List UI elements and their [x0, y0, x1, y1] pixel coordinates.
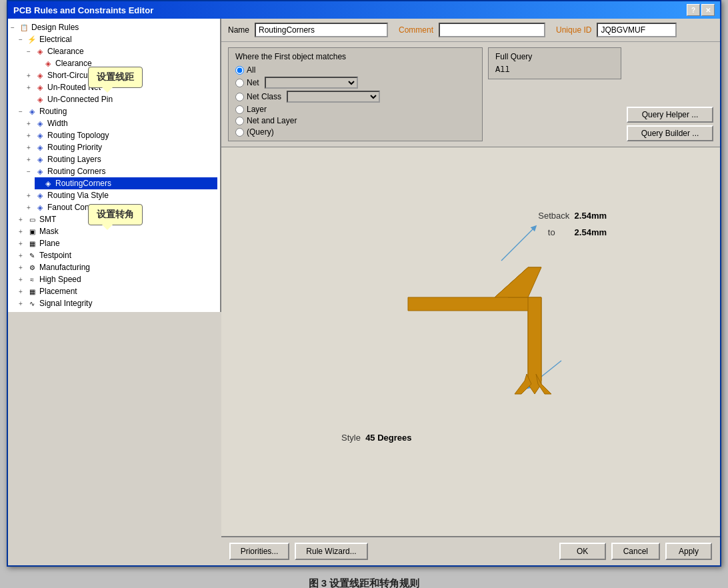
bottom-left-buttons: Priorities... Rule Wizard... — [229, 543, 368, 560]
tree-routing-corners-rule[interactable]: ◈ RoutingCorners — [35, 177, 217, 189]
spacer — [27, 96, 35, 103]
tree-width-label: Width — [47, 119, 68, 128]
unique-id-input[interactable] — [597, 23, 677, 37]
left-panel: − 📋 Design Rules − ⚡ Electrical − ◈ — [8, 19, 221, 312]
expand-icon[interactable]: + — [19, 240, 27, 247]
help-button[interactable]: ? — [687, 4, 700, 16]
window-title: PCB Rules and Constraints Editor — [13, 5, 153, 15]
expand-icon[interactable]: + — [27, 72, 35, 79]
tree-routing-via-style[interactable]: + ◈ Routing Via Style — [27, 189, 217, 201]
expand-icon[interactable]: − — [27, 48, 35, 55]
expand-icon[interactable]: + — [27, 144, 35, 151]
routing-layers-icon: ◈ — [35, 154, 45, 165]
query-helper-button[interactable]: Query Helper ... — [627, 107, 713, 123]
electrical-icon: ⚡ — [27, 34, 37, 45]
bottom-right-buttons: OK Cancel Apply — [559, 543, 712, 560]
close-button[interactable]: ✕ — [701, 4, 715, 16]
bottom-bar: Priorities... Rule Wizard... OK Cancel A… — [221, 536, 720, 565]
tree-manufacturing[interactable]: + ⚙ Manufacturing — [19, 261, 217, 273]
radio-query[interactable]: (Query) — [235, 127, 475, 137]
radio-layer[interactable]: Layer — [235, 105, 475, 114]
expand-icon[interactable]: − — [11, 24, 19, 31]
to-label: to 2.54mm — [548, 227, 607, 237]
tree-routing-corners[interactable]: − ◈ Routing Corners — [27, 165, 217, 177]
tree-placement-label: Placement — [39, 287, 77, 296]
expand-icon[interactable]: + — [19, 216, 27, 223]
unrouted-net-icon: ◈ — [35, 82, 45, 93]
radio-all[interactable]: All — [235, 65, 475, 75]
rule-name-label: Name — [228, 25, 249, 35]
tree-routing-layers[interactable]: + ◈ Routing Layers — [27, 153, 217, 165]
tree-short-circuit-label: Short-Circuit — [47, 71, 92, 80]
page-caption: 图 3 设置线距和转角规则 — [309, 577, 420, 588]
net-dropdown[interactable] — [265, 77, 358, 89]
rule-wizard-button[interactable]: Rule Wizard... — [295, 543, 368, 560]
tree-testpoint-label: Testpoint — [39, 251, 71, 260]
routing-topology-icon: ◈ — [35, 130, 45, 141]
plane-icon: ▦ — [27, 238, 37, 249]
radio-net-and-layer[interactable]: Net and Layer — [235, 116, 475, 125]
tree-routing[interactable]: − ◈ Routing — [19, 105, 217, 117]
net-class-dropdown[interactable] — [287, 91, 380, 103]
unconnected-pin-icon: ◈ — [35, 94, 45, 105]
tree-clearance-rule-label: Clearance — [55, 59, 92, 68]
tree-high-speed[interactable]: + ≈ High Speed — [19, 273, 217, 285]
left-panel-wrapper: 设置线距 设置转角 − 📋 Design Rules − — [8, 19, 221, 565]
expand-icon[interactable]: + — [27, 156, 35, 163]
expand-icon[interactable]: − — [19, 36, 27, 43]
expand-icon[interactable]: + — [19, 252, 27, 259]
radio-group: All Net Net Class — [235, 65, 475, 137]
tree-signal-integrity[interactable]: + ∿ Signal Integrity — [19, 297, 217, 309]
query-builder-button[interactable]: Query Builder ... — [627, 125, 713, 141]
routing-corners-icon: ◈ — [35, 166, 45, 177]
tree-testpoint[interactable]: + ✎ Testpoint — [19, 249, 217, 261]
tree-routing-via-style-label: Routing Via Style — [47, 191, 109, 200]
radio-net[interactable]: Net — [235, 77, 475, 89]
tree-unconnected-pin[interactable]: ◈ Un-Connected Pin — [27, 93, 217, 105]
signal-integrity-icon: ∿ — [27, 298, 37, 309]
ok-button[interactable]: OK — [559, 543, 606, 560]
tree-electrical[interactable]: − ⚡ Electrical — [19, 33, 217, 45]
expand-icon[interactable]: + — [19, 288, 27, 295]
tree-routing-priority[interactable]: + ◈ Routing Priority — [27, 141, 217, 153]
svg-marker-4 — [528, 297, 541, 394]
cancel-button[interactable]: Cancel — [611, 543, 660, 560]
tree-root[interactable]: − 📋 Design Rules — [11, 21, 217, 33]
tree-mask-label: Mask — [39, 227, 59, 236]
expand-icon[interactable]: − — [27, 168, 35, 175]
query-area: Where the First object matches All Net — [221, 42, 720, 147]
callout-routing-corners: 设置转角 — [88, 204, 143, 225]
radio-net-class[interactable]: Net Class — [235, 91, 475, 103]
short-circuit-icon: ◈ — [35, 70, 45, 81]
expand-icon[interactable]: + — [19, 300, 27, 307]
spacer — [35, 180, 43, 187]
expand-icon[interactable]: + — [19, 228, 27, 235]
expand-icon[interactable]: + — [27, 204, 35, 211]
main-window: PCB Rules and Constraints Editor ? ✕ 设置线… — [7, 0, 721, 567]
expand-icon[interactable]: + — [19, 264, 27, 271]
rule-name-input[interactable] — [255, 23, 388, 37]
expand-icon[interactable]: + — [27, 120, 35, 127]
full-query-box: Full Query All — [488, 47, 621, 79]
apply-button[interactable]: Apply — [665, 543, 712, 560]
tree-routing-topology[interactable]: + ◈ Routing Topology — [27, 129, 217, 141]
expand-icon[interactable]: + — [19, 276, 27, 283]
tree-plane[interactable]: + ▦ Plane — [19, 237, 217, 249]
routing-icon: ◈ — [27, 106, 37, 117]
tree-mask[interactable]: + ▣ Mask — [19, 225, 217, 237]
expand-icon[interactable]: + — [27, 84, 35, 91]
tree-placement[interactable]: + ▦ Placement — [19, 285, 217, 297]
expand-icon[interactable]: − — [19, 108, 27, 115]
expand-icon[interactable]: + — [27, 132, 35, 139]
placement-icon: ▦ — [27, 286, 37, 297]
expand-icon[interactable]: + — [27, 192, 35, 199]
tree-routing-topology-label: Routing Topology — [47, 131, 109, 140]
comment-input[interactable] — [439, 23, 545, 37]
canvas-area: Setback 2.54mm to 2.54mm Style 45 Degree… — [221, 147, 720, 536]
tree-clearance-group[interactable]: − ◈ Clearance — [27, 45, 217, 57]
tree-width[interactable]: + ◈ Width — [27, 117, 217, 129]
title-bar-controls: ? ✕ — [687, 4, 715, 16]
priorities-button[interactable]: Priorities... — [229, 543, 289, 560]
routing-corners-svg — [321, 181, 688, 461]
root-icon: 📋 — [19, 22, 29, 33]
